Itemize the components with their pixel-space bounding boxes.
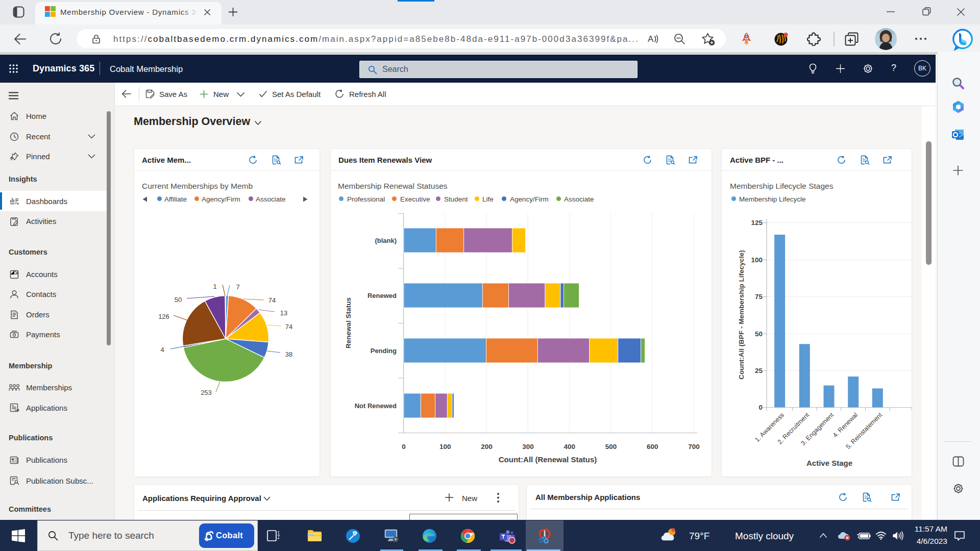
svg-text:300: 300 [522, 443, 534, 450]
svg-text:(blank): (blank) [375, 237, 397, 244]
svg-text:Count:All (BPF - Membership Li: Count:All (BPF - Membership Lifecycle) [738, 250, 745, 380]
svg-text:Renewed: Renewed [368, 292, 397, 299]
svg-text:200: 200 [481, 443, 493, 450]
svg-text:A: A [648, 34, 654, 44]
svg-text:500: 500 [605, 443, 617, 450]
svg-text:700: 700 [688, 443, 700, 450]
svg-text:75: 75 [755, 293, 763, 300]
svg-text:50: 50 [175, 296, 182, 304]
svg-text:126: 126 [158, 313, 169, 320]
svg-text:Active Stage: Active Stage [806, 459, 852, 467]
svg-text:400: 400 [564, 443, 576, 450]
svg-text:50: 50 [755, 330, 763, 338]
svg-text:0: 0 [402, 443, 406, 450]
svg-text:100: 100 [751, 256, 763, 264]
svg-text:125: 125 [751, 219, 763, 227]
svg-text:38: 38 [285, 350, 292, 358]
svg-text:600: 600 [647, 443, 658, 450]
svg-text:4: 4 [160, 346, 164, 354]
svg-text:100: 100 [439, 443, 451, 450]
svg-text:1: 1 [213, 283, 216, 290]
svg-text:13: 13 [280, 309, 287, 317]
svg-text:Renewal Status: Renewal Status [345, 297, 352, 348]
svg-text:Pending: Pending [371, 347, 397, 355]
svg-text:Count:All (Renewal Status): Count:All (Renewal Status) [499, 455, 597, 464]
svg-text:Not Renewed: Not Renewed [355, 402, 397, 410]
svg-text:0: 0 [758, 404, 763, 411]
svg-text:74: 74 [285, 323, 292, 331]
svg-text:74: 74 [268, 296, 276, 304]
svg-text:7: 7 [236, 283, 239, 291]
svg-text:25: 25 [755, 367, 763, 374]
svg-text:253: 253 [201, 389, 212, 396]
